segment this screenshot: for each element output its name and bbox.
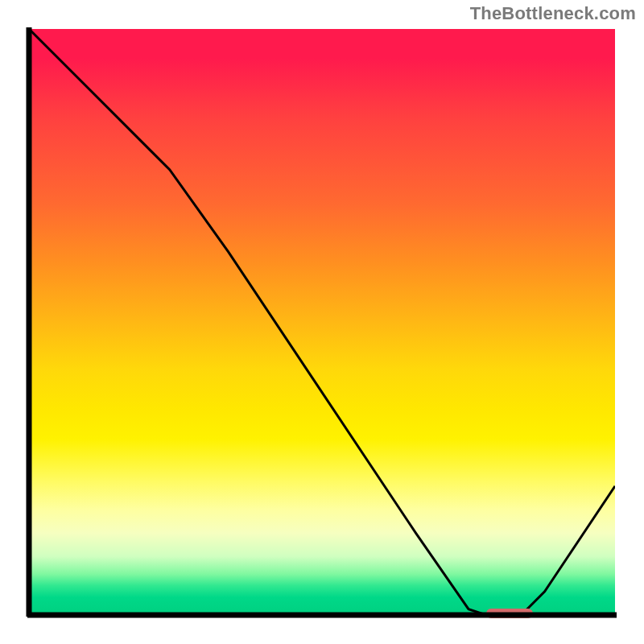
optimal-marker bbox=[486, 609, 533, 618]
chart-container: TheBottleneck.com bbox=[0, 0, 644, 644]
watermark-text: TheBottleneck.com bbox=[470, 3, 636, 24]
chart-curve bbox=[29, 29, 615, 615]
